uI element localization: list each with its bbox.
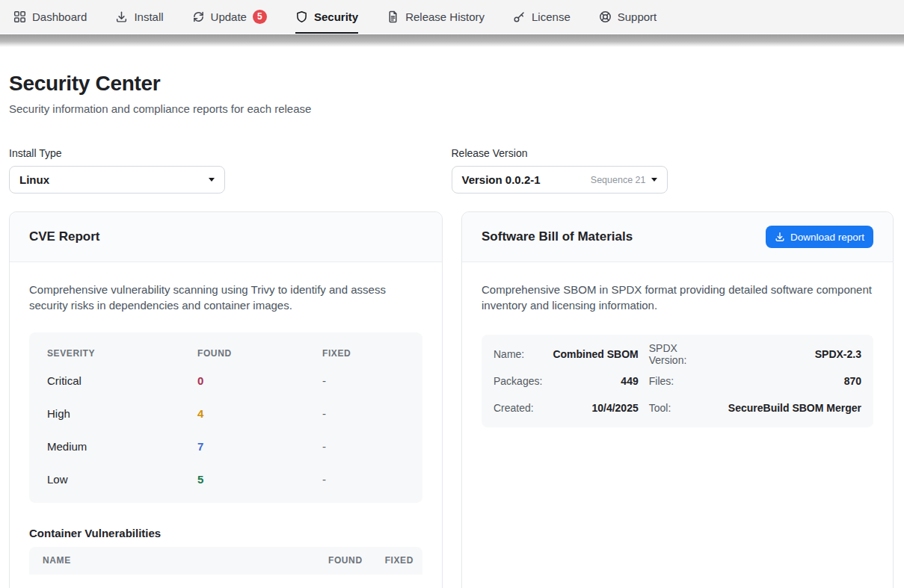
nav-item-install[interactable]: Install (115, 0, 163, 34)
table-row: High 4 - (29, 397, 422, 430)
table-row: Low 5 - (29, 463, 422, 496)
release-version-filter: Release Version Version 0.0.2-1 Sequence… (452, 147, 894, 194)
cve-card-title: CVE Report (29, 229, 99, 244)
install-type-select[interactable]: Linux (9, 166, 225, 194)
col-fixed: FIXED (322, 348, 405, 359)
install-type-filter: Install Type Linux (9, 147, 452, 194)
release-version-label: Release Version (452, 147, 894, 159)
chevron-down-icon (651, 178, 657, 182)
shield-icon (295, 10, 308, 23)
release-version-select[interactable]: Version 0.0.2-1 Sequence 21 (452, 166, 668, 194)
col-fixed: FIXED (385, 555, 413, 566)
download-icon (115, 10, 128, 23)
severity-table-header: SEVERITY FOUND FIXED (29, 342, 422, 365)
download-report-label: Download report (790, 232, 864, 243)
cards-row: CVE Report Comprehensive vulnerability s… (9, 211, 894, 588)
nav-item-update[interactable]: Update 5 (192, 0, 267, 34)
sbom-detail-label: Packages: (493, 368, 542, 394)
nav-item-license[interactable]: License (513, 0, 571, 34)
severity-name: Low (47, 473, 197, 486)
sbom-card-title: Software Bill of Materials (482, 229, 633, 244)
severity-found-count: 5 (197, 473, 322, 486)
nav-label: Update (211, 10, 247, 23)
top-navigation: Dashboard Install Update 5 Security Rele… (0, 0, 904, 34)
sbom-detail-label: SPDX Version: (649, 341, 718, 368)
nav-item-security[interactable]: Security (295, 0, 358, 34)
nav-label: Release History (405, 10, 485, 23)
sbom-description: Comprehensive SBOM in SPDX format provid… (482, 282, 873, 314)
severity-fixed-count: - (322, 407, 405, 420)
install-type-value: Linux (19, 173, 49, 186)
sbom-detail-label: Name: (493, 341, 542, 368)
table-row: Critical 0 - (29, 365, 422, 397)
severity-name: Medium (47, 440, 197, 453)
severity-fixed-count: - (322, 440, 405, 453)
container-vulnerabilities-table-header: NAME FOUND FIXED (29, 547, 422, 575)
col-severity: SEVERITY (47, 348, 197, 359)
release-version-value: Version 0.0.2-1 (462, 173, 541, 186)
table-row: Medium 7 - (29, 430, 422, 463)
cve-report-card: CVE Report Comprehensive vulnerability s… (9, 211, 443, 588)
nav-label: Security (314, 10, 358, 23)
nav-item-support[interactable]: Support (599, 0, 657, 34)
severity-found-count: 0 (197, 374, 322, 387)
lifebuoy-icon (599, 10, 612, 23)
nav-label: Support (618, 10, 657, 23)
filters-row: Install Type Linux Release Version Versi… (9, 147, 894, 194)
cve-description: Comprehensive vulnerability scanning usi… (29, 282, 422, 314)
sbom-detail-value: SecureBuild SBOM Merger (728, 394, 861, 421)
cve-card-body: Comprehensive vulnerability scanning usi… (10, 262, 442, 588)
sbom-detail-label: Files: (649, 368, 718, 394)
key-icon (513, 10, 526, 23)
sbom-card-body: Comprehensive SBOM in SPDX format provid… (462, 262, 893, 447)
severity-found-count: 4 (197, 407, 322, 420)
install-type-label: Install Type (9, 147, 452, 159)
nav-item-release-history[interactable]: Release History (387, 0, 485, 34)
chevron-down-icon (209, 178, 215, 182)
sbom-detail-value: 870 (728, 368, 861, 394)
dashboard-icon (13, 10, 26, 23)
severity-name: High (47, 407, 197, 420)
update-count-badge: 5 (253, 10, 267, 24)
container-vulnerabilities-title: Container Vulnerabilities (29, 527, 422, 539)
document-icon (387, 10, 399, 23)
sbom-card: Software Bill of Materials Download repo… (461, 211, 894, 588)
main-content: Security Center Security information and… (0, 72, 904, 588)
cve-card-header: CVE Report (10, 212, 442, 262)
page-subtitle: Security information and compliance repo… (9, 102, 894, 115)
sbom-details-grid: Name: Combined SBOM SPDX Version: SPDX-2… (482, 335, 873, 427)
col-found: FOUND (197, 348, 322, 359)
sbom-detail-value: 10/4/2025 (553, 394, 638, 421)
severity-fixed-count: - (322, 473, 405, 486)
release-sequence-text: Sequence 21 (591, 175, 646, 185)
col-found: FOUND (328, 555, 363, 566)
sbom-detail-value: Combined SBOM (553, 341, 638, 368)
nav-item-dashboard[interactable]: Dashboard (13, 0, 87, 34)
severity-table: SEVERITY FOUND FIXED Critical 0 - High 4… (29, 332, 422, 503)
severity-name: Critical (47, 374, 197, 387)
severity-found-count: 7 (197, 440, 322, 453)
sbom-detail-value: SPDX-2.3 (728, 341, 861, 368)
sbom-detail-label: Created: (493, 394, 542, 421)
sbom-detail-label: Tool: (649, 394, 718, 421)
nav-shadow-band (0, 34, 904, 47)
refresh-icon (192, 10, 205, 23)
nav-label: License (532, 10, 571, 23)
col-name: NAME (43, 555, 306, 566)
sbom-card-header: Software Bill of Materials Download repo… (462, 212, 893, 262)
page-title: Security Center (9, 72, 894, 96)
nav-label: Install (134, 10, 163, 23)
severity-fixed-count: - (322, 374, 405, 387)
sbom-detail-value: 449 (553, 368, 638, 394)
download-icon (775, 232, 785, 242)
nav-label: Dashboard (32, 10, 87, 23)
download-report-button[interactable]: Download report (766, 226, 873, 248)
